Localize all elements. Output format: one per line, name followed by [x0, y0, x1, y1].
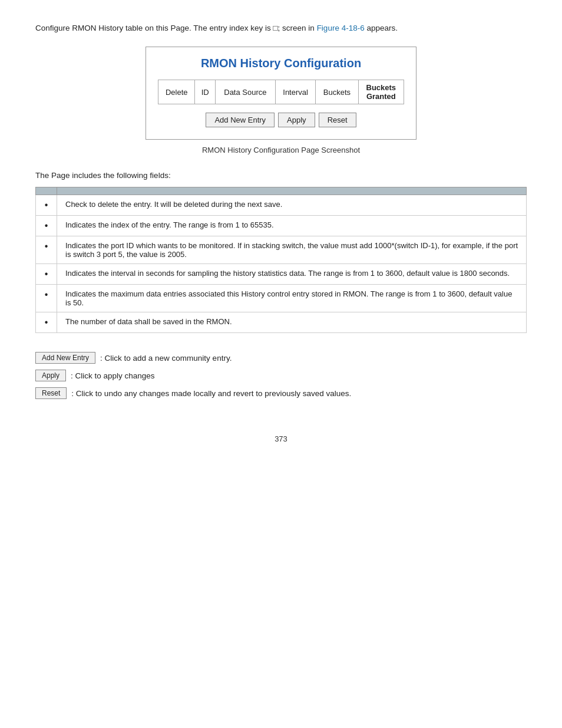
bullet-icon: •: [45, 317, 48, 327]
btn-desc-apply: Apply : Click to apply changes: [35, 370, 527, 381]
btn-inline-add-new-entry[interactable]: Add New Entry: [35, 352, 95, 364]
table-row: •The number of data shall be saved in th…: [36, 312, 527, 333]
desc-cell: Indicates the port ID which wants to be …: [57, 236, 527, 264]
col-delete: Delete: [158, 80, 195, 104]
page-number: 373: [35, 434, 527, 443]
btn-inline-reset[interactable]: Reset: [35, 387, 67, 399]
bullet-icon: •: [45, 200, 48, 210]
bullet-icon: •: [45, 289, 48, 299]
bullet-cell: •: [36, 195, 57, 216]
fields-intro: The Page includes the following fields:: [35, 171, 527, 180]
config-table: Delete ID Data Source Interval Buckets B…: [158, 80, 404, 104]
table-row: •Indicates the interval in seconds for s…: [36, 264, 527, 285]
bullet-cell: •: [36, 312, 57, 333]
col-interval: Interval: [275, 80, 315, 104]
bullet-icon: •: [45, 241, 48, 251]
btn-desc-apply-text: : Click to apply changes: [71, 371, 155, 380]
config-box-wrapper: RMON History Configuration Delete ID Dat…: [35, 47, 527, 140]
col-buckets-granted: BucketsGranted: [358, 80, 404, 104]
col-buckets: Buckets: [316, 80, 358, 104]
desc-cell: The number of data shall be saved in the…: [57, 312, 527, 333]
intro-text-before: Configure RMON History table on this Pag…: [35, 24, 273, 32]
config-box: RMON History Configuration Delete ID Dat…: [146, 47, 416, 140]
table-row: •Indicates the maximum data entries asso…: [36, 285, 527, 312]
desc-cell: Indicates the maximum data entries assoc…: [57, 285, 527, 312]
fields-table: •Check to delete the entry. It will be d…: [35, 187, 527, 333]
btn-desc-reset: Reset : Click to undo any changes made l…: [35, 387, 527, 399]
intro-text-end: appears.: [365, 24, 398, 32]
intro-paragraph: Configure RMON History table on this Pag…: [35, 24, 527, 32]
add-new-entry-button[interactable]: Add New Entry: [206, 113, 275, 127]
btn-desc-reset-text: : Click to undo any changes made locally…: [71, 389, 351, 398]
intro-text-after: ; screen in: [278, 24, 317, 32]
bullet-cell: •: [36, 236, 57, 264]
reset-button[interactable]: Reset: [319, 113, 356, 127]
button-desc-section: Add New Entry : Click to add a new commu…: [35, 352, 527, 399]
bullet-icon: •: [45, 220, 48, 230]
bullet-cell: •: [36, 216, 57, 236]
apply-button[interactable]: Apply: [278, 113, 315, 127]
bullet-cell: •: [36, 285, 57, 312]
fields-col-bullet: [36, 187, 57, 195]
figure-link[interactable]: Figure 4-18-6: [317, 24, 365, 32]
table-row: •Indicates the index of the entry. The r…: [36, 216, 527, 236]
bullet-cell: •: [36, 264, 57, 285]
btn-inline-apply[interactable]: Apply: [35, 370, 66, 381]
col-id: ID: [195, 80, 215, 104]
table-row: •Indicates the port ID which wants to be…: [36, 236, 527, 264]
intro-icon: □: [273, 24, 277, 32]
btn-desc-add-new-entry-text: : Click to add a new community entry.: [100, 354, 232, 363]
desc-cell: Indicates the interval in seconds for sa…: [57, 264, 527, 285]
config-buttons: Add New Entry Apply Reset: [158, 113, 404, 127]
fields-col-desc: [57, 187, 527, 195]
table-row: •Check to delete the entry. It will be d…: [36, 195, 527, 216]
btn-desc-add-new-entry: Add New Entry : Click to add a new commu…: [35, 352, 527, 364]
config-box-title: RMON History Configuration: [158, 57, 404, 70]
desc-cell: Check to delete the entry. It will be de…: [57, 195, 527, 216]
col-data-source: Data Source: [215, 80, 275, 104]
desc-cell: Indicates the index of the entry. The ra…: [57, 216, 527, 236]
bullet-icon: •: [45, 269, 48, 279]
screenshot-caption: RMON History Configuration Page Screensh…: [35, 146, 527, 154]
